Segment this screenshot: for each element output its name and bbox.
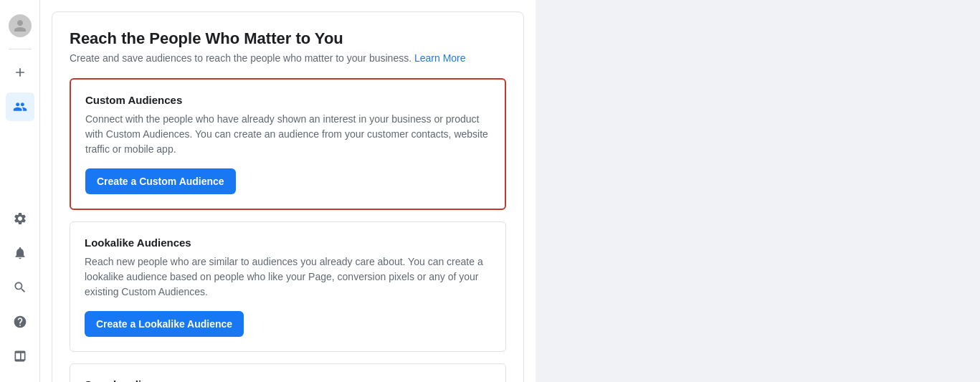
plus-button[interactable] [6,58,34,87]
notifications-icon[interactable] [6,239,34,267]
help-icon[interactable] [6,307,34,336]
audiences-nav-item[interactable] [6,92,34,121]
divider-top [9,49,32,49]
custom-audiences-title: Custom Audiences [85,94,490,106]
page-subtitle: Create and save audiences to reach the p… [70,52,506,64]
saved-audience-section: Saved audience Save your commonly used t… [70,363,506,382]
panel-toggle-icon[interactable] [6,342,34,371]
lookalike-audiences-title: Lookalike Audiences [85,237,491,249]
custom-audiences-section: Custom Audiences Connect with the people… [70,78,506,210]
create-lookalike-audience-button[interactable]: Create a Lookalike Audience [85,311,244,337]
create-custom-audience-button[interactable]: Create a Custom Audience [85,168,236,194]
sidebar-bottom [6,199,34,376]
learn-more-link[interactable]: Learn More [414,52,466,64]
main-content: Reach the People Who Matter to You Creat… [40,0,536,382]
audiences-card: Reach the People Who Matter to You Creat… [52,11,524,382]
search-icon[interactable] [6,273,34,302]
right-panel [536,0,980,382]
sidebar [0,0,40,382]
page-title: Reach the People Who Matter to You [70,29,506,48]
lookalike-audiences-description: Reach new people who are similar to audi… [85,254,491,300]
avatar[interactable] [6,11,34,40]
lookalike-audiences-section: Lookalike Audiences Reach new people who… [70,221,506,352]
settings-icon[interactable] [6,204,34,233]
custom-audiences-description: Connect with the people who have already… [85,112,490,157]
saved-audience-title: Saved audience [85,378,491,382]
